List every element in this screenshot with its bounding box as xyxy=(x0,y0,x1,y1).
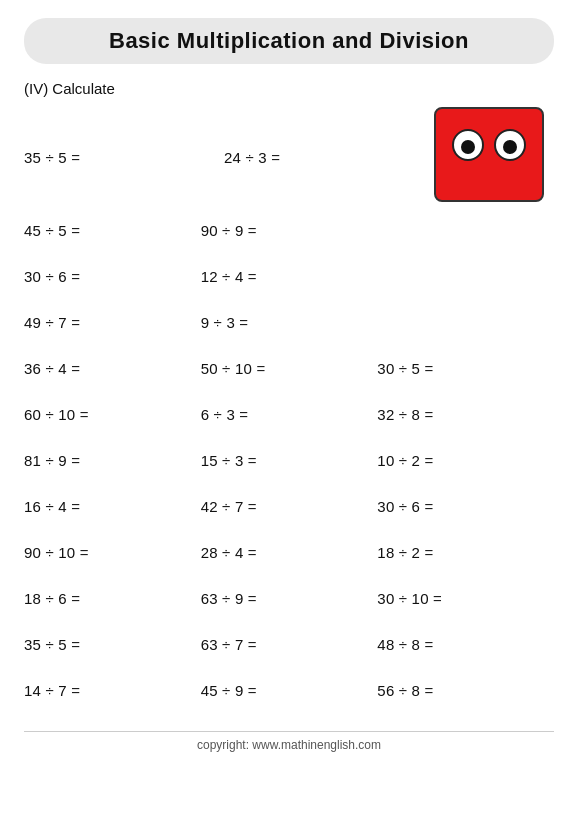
problem-cell: 24 ÷ 3 = xyxy=(224,141,424,174)
problem-text: 63 ÷ 9 = xyxy=(201,590,257,607)
table-row: 14 ÷ 7 =45 ÷ 9 =56 ÷ 8 = xyxy=(24,667,554,713)
problem-text: 42 ÷ 7 = xyxy=(201,498,257,515)
table-row: 18 ÷ 6 =63 ÷ 9 =30 ÷ 10 = xyxy=(24,575,554,621)
table-row: 60 ÷ 10 = 6 ÷ 3 =32 ÷ 8 = xyxy=(24,391,554,437)
problem-cell: 45 ÷ 5 = xyxy=(24,214,201,247)
problem-text: 48 ÷ 8 = xyxy=(377,636,433,653)
table-row: 30 ÷ 6 =12 ÷ 4 = xyxy=(24,253,554,299)
mascot-image xyxy=(424,107,554,207)
problem-text: 18 ÷ 6 = xyxy=(24,590,80,607)
problem-cell: 30 ÷ 6 = xyxy=(24,260,201,293)
problem-text: 15 ÷ 3 = xyxy=(201,452,257,469)
problem-text: 18 ÷ 2 = xyxy=(377,544,433,561)
problem-cell: 14 ÷ 7 = xyxy=(24,674,201,707)
problem-cell: 45 ÷ 9 = xyxy=(201,674,378,707)
problem-text: 90 ÷ 9 = xyxy=(201,222,257,239)
problem-text: 35 ÷ 5 = xyxy=(24,636,80,653)
problem-text: 30 ÷ 10 = xyxy=(377,590,442,607)
problem-cell: 15 ÷ 3 = xyxy=(201,444,378,477)
problem-cell: 81 ÷ 9 = xyxy=(24,444,201,477)
problem-cell: 10 ÷ 2 = xyxy=(377,444,554,477)
problem-cell: 35 ÷ 5 = xyxy=(24,628,201,661)
table-row: 35 ÷ 5 =24 ÷ 3 = xyxy=(24,107,554,207)
table-row: 45 ÷ 5 =90 ÷ 9 = xyxy=(24,207,554,253)
problem-text: 9 ÷ 3 = xyxy=(201,314,249,331)
problem-text: 30 ÷ 6 = xyxy=(377,498,433,515)
problem-text: 45 ÷ 9 = xyxy=(201,682,257,699)
problem-cell xyxy=(377,268,554,284)
problem-text: 32 ÷ 8 = xyxy=(377,406,433,423)
problem-cell xyxy=(377,314,554,330)
problem-text: 56 ÷ 8 = xyxy=(377,682,433,699)
problem-cell: 63 ÷ 7 = xyxy=(201,628,378,661)
problem-cell: 28 ÷ 4 = xyxy=(201,536,378,569)
page-title: Basic Multiplication and Division xyxy=(109,28,469,53)
problem-cell: 35 ÷ 5 = xyxy=(24,141,224,174)
copyright: copyright: www.mathinenglish.com xyxy=(24,731,554,752)
problem-cell: 48 ÷ 8 = xyxy=(377,628,554,661)
problem-cell: 63 ÷ 9 = xyxy=(201,582,378,615)
problem-cell: 56 ÷ 8 = xyxy=(377,674,554,707)
table-row: 90 ÷ 10 =28 ÷ 4 =18 ÷ 2 = xyxy=(24,529,554,575)
problem-text: 36 ÷ 4 = xyxy=(24,360,80,377)
problem-cell: 16 ÷ 4 = xyxy=(24,490,201,523)
problem-cell: 6 ÷ 3 = xyxy=(201,398,378,431)
problem-text: 28 ÷ 4 = xyxy=(201,544,257,561)
problem-cell xyxy=(377,222,554,238)
problem-cell: 9 ÷ 3 = xyxy=(201,306,378,339)
problem-cell: 50 ÷ 10 = xyxy=(201,352,378,385)
mascot-pupil xyxy=(461,140,475,154)
problem-text: 35 ÷ 5 = xyxy=(24,149,80,166)
problem-cell: 32 ÷ 8 = xyxy=(377,398,554,431)
problem-cell: 30 ÷ 10 = xyxy=(377,582,554,615)
problem-cell: 30 ÷ 5 = xyxy=(377,352,554,385)
problem-cell: 12 ÷ 4 = xyxy=(201,260,378,293)
problem-text: 63 ÷ 7 = xyxy=(201,636,257,653)
problem-cell: 18 ÷ 6 = xyxy=(24,582,201,615)
problem-text: 12 ÷ 4 = xyxy=(201,268,257,285)
problem-cell: 42 ÷ 7 = xyxy=(201,490,378,523)
problem-text: 49 ÷ 7 = xyxy=(24,314,80,331)
mascot-pupil xyxy=(503,140,517,154)
problem-text: 10 ÷ 2 = xyxy=(377,452,433,469)
problem-text: 30 ÷ 6 = xyxy=(24,268,80,285)
mascot-eyes xyxy=(452,129,526,161)
problem-cell: 60 ÷ 10 = xyxy=(24,398,201,431)
problem-text: 60 ÷ 10 = xyxy=(24,406,89,423)
problem-text: 50 ÷ 10 = xyxy=(201,360,266,377)
table-row: 49 ÷ 7 = 9 ÷ 3 = xyxy=(24,299,554,345)
problem-text: 14 ÷ 7 = xyxy=(24,682,80,699)
section-label: (IV) Calculate xyxy=(24,80,554,97)
problem-cell: 30 ÷ 6 = xyxy=(377,490,554,523)
title-box: Basic Multiplication and Division xyxy=(24,18,554,64)
problems-area: 35 ÷ 5 =24 ÷ 3 =45 ÷ 5 =90 ÷ 9 =30 ÷ 6 =… xyxy=(24,107,554,713)
problem-text: 81 ÷ 9 = xyxy=(24,452,80,469)
problem-text: 6 ÷ 3 = xyxy=(201,406,249,423)
mascot-eye-outer xyxy=(494,129,526,161)
problem-text: 45 ÷ 5 = xyxy=(24,222,80,239)
problem-text: 16 ÷ 4 = xyxy=(24,498,80,515)
problem-cell: 18 ÷ 2 = xyxy=(377,536,554,569)
mascot-eye-outer xyxy=(452,129,484,161)
mascot xyxy=(434,107,544,207)
table-row: 81 ÷ 9 =15 ÷ 3 =10 ÷ 2 = xyxy=(24,437,554,483)
problem-cell: 90 ÷ 10 = xyxy=(24,536,201,569)
table-row: 16 ÷ 4 =42 ÷ 7 =30 ÷ 6 = xyxy=(24,483,554,529)
problem-text: 30 ÷ 5 = xyxy=(377,360,433,377)
problem-text: 90 ÷ 10 = xyxy=(24,544,89,561)
problem-text: 24 ÷ 3 = xyxy=(224,149,280,166)
problem-cell: 90 ÷ 9 = xyxy=(201,214,378,247)
table-row: 35 ÷ 5 =63 ÷ 7 =48 ÷ 8 = xyxy=(24,621,554,667)
problem-cell: 36 ÷ 4 = xyxy=(24,352,201,385)
table-row: 36 ÷ 4 =50 ÷ 10 =30 ÷ 5 = xyxy=(24,345,554,391)
problem-cell: 49 ÷ 7 = xyxy=(24,306,201,339)
